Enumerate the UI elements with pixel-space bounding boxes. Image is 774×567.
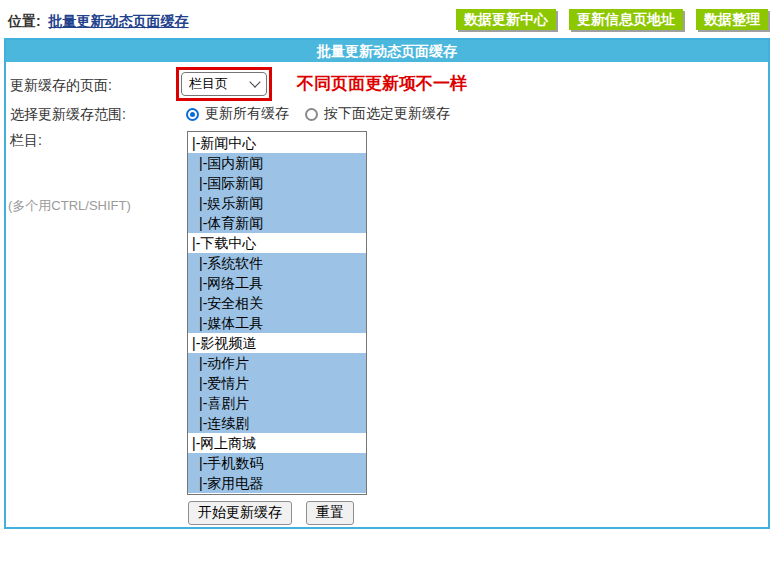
chevron-down-icon — [249, 76, 260, 87]
radio-update-selected[interactable] — [305, 108, 318, 121]
listbox-item[interactable]: |-喜剧片 — [188, 393, 366, 413]
breadcrumb: 位置: 批量更新动态页面缓存 — [8, 13, 189, 31]
listbox-item[interactable]: |-手机数码 — [188, 453, 366, 473]
data-update-center-button[interactable]: 数据更新中心 — [456, 9, 556, 30]
column-listbox[interactable]: |-新闻中心|-国内新闻|-国际新闻|-娱乐新闻|-体育新闻|-下载中心|-系统… — [187, 131, 367, 495]
red-highlight-box: 栏目页 — [176, 67, 272, 101]
listbox-item[interactable]: |-国内新闻 — [188, 153, 366, 173]
listbox-item[interactable]: |-安全相关 — [188, 293, 366, 313]
page-type-label: 更新缓存的页面: — [10, 77, 112, 95]
radio-update-all-label[interactable]: 更新所有缓存 — [205, 105, 289, 123]
listbox-item[interactable]: |-网上商城 — [188, 433, 366, 453]
update-info-page-url-button[interactable]: 更新信息页地址 — [569, 9, 683, 30]
listbox-item[interactable]: |-爱情片 — [188, 373, 366, 393]
listbox-item[interactable]: |-动作片 — [188, 353, 366, 373]
toolbar: 数据更新中心 更新信息页地址 数据整理 — [456, 9, 768, 30]
listbox-item[interactable]: |-网络工具 — [188, 273, 366, 293]
breadcrumb-prefix: 位置: — [8, 13, 41, 29]
red-annotation-text: 不同页面更新项不一样 — [297, 72, 467, 95]
data-cleanup-button[interactable]: 数据整理 — [696, 9, 768, 30]
listbox-item[interactable]: |-新闻中心 — [188, 133, 366, 153]
listbox-item[interactable]: |-连续剧 — [188, 413, 366, 433]
radio-update-selected-label[interactable]: 按下面选定更新缓存 — [324, 105, 450, 123]
reset-button[interactable]: 重置 — [306, 501, 354, 525]
multi-select-hint: (多个用CTRL/SHIFT) — [8, 197, 131, 215]
listbox-item[interactable]: |-体育新闻 — [188, 213, 366, 233]
listbox-item[interactable]: |-家用电器 — [188, 473, 366, 493]
top-bar: 位置: 批量更新动态页面缓存 数据更新中心 更新信息页地址 数据整理 — [0, 0, 774, 38]
listbox-item[interactable]: |-影视频道 — [188, 333, 366, 353]
listbox-item[interactable]: |-国际新闻 — [188, 173, 366, 193]
actions-row: 开始更新缓存 重置 — [188, 501, 354, 525]
listbox-item[interactable]: |-下载中心 — [188, 233, 366, 253]
breadcrumb-current-link[interactable]: 批量更新动态页面缓存 — [49, 13, 189, 29]
listbox-item[interactable]: |-媒体工具 — [188, 313, 366, 333]
batch-update-cache-panel: 批量更新动态页面缓存 更新缓存的页面: 栏目页 不同页面更新项不一样 选择更新缓… — [4, 38, 770, 529]
listbox-item[interactable]: |-娱乐新闻 — [188, 193, 366, 213]
scope-radio-group: 更新所有缓存 按下面选定更新缓存 — [186, 105, 460, 123]
start-update-cache-button[interactable]: 开始更新缓存 — [188, 501, 292, 525]
radio-update-all[interactable] — [186, 108, 199, 121]
page-type-select[interactable]: 栏目页 — [181, 72, 267, 96]
scope-label: 选择更新缓存范围: — [10, 106, 126, 124]
column-label: 栏目: — [10, 132, 42, 150]
panel-title: 批量更新动态页面缓存 — [6, 40, 768, 62]
listbox-item[interactable]: |-系统软件 — [188, 253, 366, 273]
page-type-select-value: 栏目页 — [189, 75, 228, 93]
